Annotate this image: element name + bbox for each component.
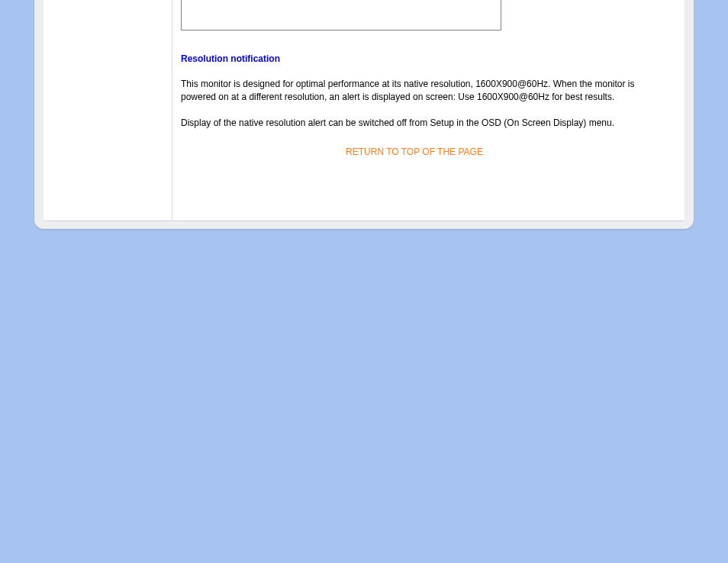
image-placeholder-box	[181, 0, 501, 31]
content-card: Resolution notification This monitor is …	[34, 0, 694, 229]
return-to-top-link[interactable]: RETURN TO TOP OF THE PAGE	[181, 146, 648, 157]
paragraph-1: This monitor is designed for optimal per…	[181, 78, 648, 105]
vertical-divider	[172, 0, 172, 221]
content-area: Resolution notification This monitor is …	[181, 0, 648, 157]
section-heading: Resolution notification	[181, 53, 648, 64]
paragraph-2: Display of the native resolution alert c…	[181, 117, 648, 130]
page-wrapper: Resolution notification This monitor is …	[0, 0, 728, 563]
